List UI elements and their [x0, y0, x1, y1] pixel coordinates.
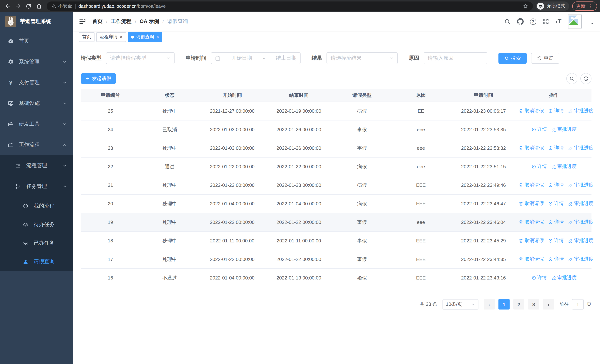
action-progress-link[interactable]: 审批进度: [568, 182, 593, 188]
font-size-icon[interactable]: TT: [555, 18, 562, 25]
action-detail-link[interactable]: 详情: [531, 274, 547, 281]
trash-icon: [519, 238, 524, 243]
action-cancel-link[interactable]: 取消请假: [519, 182, 544, 188]
bookmark-star-icon[interactable]: [523, 3, 528, 9]
browser-menu-icon[interactable]: [588, 3, 593, 9]
close-icon[interactable]: ×: [156, 35, 159, 39]
action-progress-link[interactable]: 审批进度: [568, 256, 593, 263]
result-label: 结果: [312, 55, 322, 62]
action-progress-link[interactable]: 审批进度: [551, 163, 576, 170]
action-cancel-link[interactable]: 取消请假: [519, 256, 544, 263]
action-detail-link[interactable]: 详情: [548, 256, 564, 263]
security-label: 不安全: [58, 3, 72, 9]
action-progress-link[interactable]: 审批进度: [568, 108, 593, 114]
trash-icon: [519, 201, 524, 206]
table-search-toggle-button[interactable]: [566, 73, 577, 84]
dropdown-caret-icon[interactable]: [590, 21, 594, 25]
fullscreen-icon[interactable]: [542, 18, 549, 25]
cell-id: 21: [81, 176, 140, 195]
table-tools: [566, 73, 591, 84]
table-refresh-button[interactable]: [580, 73, 591, 84]
help-icon[interactable]: ?: [530, 18, 536, 25]
action-detail-link[interactable]: 详情: [548, 200, 564, 207]
sidebar-item-infrastructure[interactable]: 基础设施: [0, 93, 73, 114]
home-icon[interactable]: [34, 1, 44, 11]
column-header: 开始时间: [199, 89, 265, 102]
reset-button[interactable]: 重置: [531, 53, 559, 64]
sidebar-item-todo-tasks[interactable]: 待办任务: [0, 215, 73, 234]
page-button-1[interactable]: 1: [498, 299, 510, 309]
sidebar-item-system-mgmt[interactable]: 系统管理: [0, 52, 73, 72]
action-detail-link[interactable]: 详情: [548, 145, 564, 151]
breadcrumb-item[interactable]: 首页: [92, 18, 103, 25]
action-progress-link[interactable]: 审批进度: [551, 126, 576, 133]
forward-icon[interactable]: [13, 1, 23, 11]
cell-status: 通过: [140, 157, 199, 176]
action-cancel-link[interactable]: 取消请假: [519, 108, 544, 114]
cell-start: 2022-01-22 00:00:00: [199, 157, 265, 176]
sidebar-item-my-process[interactable]: 我的流程: [0, 197, 73, 215]
action-cancel-link[interactable]: 取消请假: [519, 200, 544, 207]
eye-icon: [22, 222, 29, 228]
action-progress-link[interactable]: 审批进度: [568, 145, 593, 151]
sidebar-collapse-icon[interactable]: [73, 18, 92, 25]
close-icon[interactable]: ×: [120, 35, 122, 39]
sidebar-item-done-tasks[interactable]: 已办任务: [0, 234, 73, 252]
result-select[interactable]: 请选择流结果: [327, 52, 398, 64]
plus-icon: [86, 76, 90, 81]
column-header: 申请编号: [81, 89, 140, 102]
tab-process-detail[interactable]: 流程详情×: [96, 32, 126, 42]
back-icon[interactable]: [3, 1, 13, 11]
page-button-2[interactable]: 2: [513, 299, 525, 309]
sidebar-item-task-mgmt[interactable]: 任务管理: [0, 176, 73, 197]
action-progress-link[interactable]: 审批进度: [551, 274, 576, 281]
logo[interactable]: 芋道管理系统: [0, 12, 73, 31]
action-progress-link[interactable]: 审批进度: [568, 237, 593, 244]
action-cancel-link[interactable]: 取消请假: [519, 237, 544, 244]
action-cancel-link[interactable]: 取消请假: [519, 219, 544, 225]
action-detail-link[interactable]: 详情: [531, 163, 547, 170]
sidebar-item-payment-mgmt[interactable]: ¥支付管理: [0, 72, 73, 93]
create-leave-button[interactable]: 发起请假: [81, 73, 116, 84]
tab-leave-query[interactable]: 请假查询×: [128, 32, 162, 42]
sidebar-item-dev-tools[interactable]: 研发工具: [0, 114, 73, 135]
avatar[interactable]: [568, 14, 582, 28]
page-button-3[interactable]: 3: [528, 299, 539, 309]
action-detail-link[interactable]: 详情: [548, 182, 564, 188]
action-detail-link[interactable]: 详情: [548, 219, 564, 225]
breadcrumb-item[interactable]: OA 示例: [140, 18, 159, 25]
edit-icon: [551, 127, 556, 132]
action-cancel-link[interactable]: 取消请假: [519, 145, 544, 151]
breadcrumb: 首页/工作流程/OA 示例/请假查询: [92, 18, 188, 25]
sidebar-item-home[interactable]: 首页: [0, 31, 73, 52]
cell-type: 事假: [333, 232, 391, 250]
sidebar-item-workflow[interactable]: 工作流程: [0, 135, 73, 155]
prev-page-button[interactable]: ‹: [484, 299, 495, 309]
filter-apply-time: 申请时间 开始日期 - 结束日期: [186, 52, 300, 64]
update-button[interactable]: 更新: [572, 1, 597, 11]
sidebar-item-process-mgmt[interactable]: 流程管理: [0, 155, 73, 176]
action-detail-link[interactable]: 详情: [531, 126, 547, 133]
reason-placeholder: 请输入原因: [428, 55, 454, 62]
leave-type-select[interactable]: 请选择请假类型: [106, 52, 175, 64]
security-status[interactable]: 不安全: [51, 3, 72, 9]
search-button[interactable]: 搜索: [498, 53, 527, 64]
address-bar[interactable]: 不安全 dashboard.yudao.iocoder.cn/bpm/oa/le…: [47, 1, 533, 11]
date-range-input[interactable]: 开始日期 - 结束日期: [211, 52, 300, 64]
sidebar-item-label: 请假查询: [34, 258, 55, 265]
goto-page-input[interactable]: [572, 299, 584, 309]
tab-home[interactable]: 首页: [79, 32, 94, 42]
action-progress-link[interactable]: 审批进度: [568, 200, 593, 207]
action-detail-link[interactable]: 详情: [548, 237, 564, 244]
reason-input[interactable]: 请输入原因: [424, 52, 487, 64]
trash-icon: [519, 257, 524, 262]
page-size-select[interactable]: 10条/页: [442, 299, 478, 309]
sidebar-item-leave-query[interactable]: 请假查询: [0, 252, 73, 271]
action-progress-link[interactable]: 审批进度: [568, 219, 593, 225]
search-icon[interactable]: [504, 18, 510, 25]
next-page-button[interactable]: ›: [543, 299, 554, 309]
breadcrumb-item[interactable]: 工作流程: [111, 18, 131, 25]
action-detail-link[interactable]: 详情: [548, 108, 564, 114]
reload-icon[interactable]: [24, 1, 33, 11]
github-icon[interactable]: [517, 18, 524, 25]
